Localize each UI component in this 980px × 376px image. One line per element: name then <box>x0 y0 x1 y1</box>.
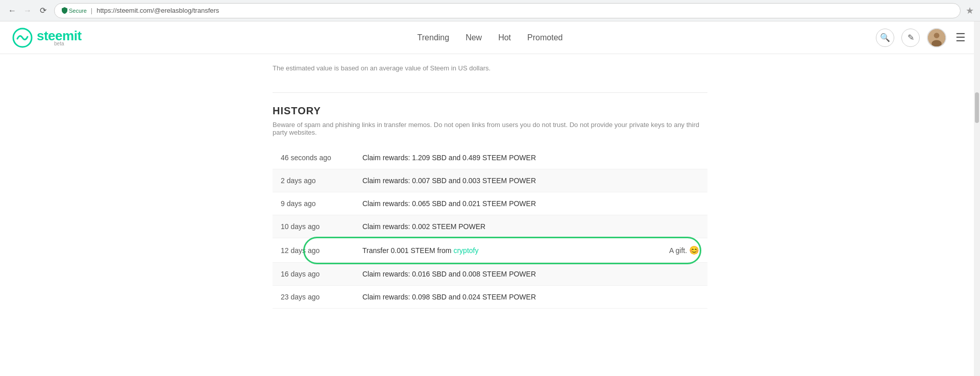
browser-chrome: ← → ⟳ Secure | https://steemit.com/@erel… <box>0 0 980 21</box>
action-cell: Claim rewards: 1.209 SBD and 0.489 STEEM… <box>362 154 699 162</box>
action-cell: Claim rewards: 0.007 SBD and 0.003 STEEM… <box>362 177 699 185</box>
time-cell: 9 days ago <box>281 199 362 208</box>
table-row: 2 days ago Claim rewards: 0.007 SBD and … <box>273 169 707 192</box>
time-cell: 12 days ago <box>281 246 362 255</box>
header-actions: 🔍 ✎ ☰ <box>876 28 968 47</box>
reload-button[interactable]: ⟳ <box>37 5 49 17</box>
back-button[interactable]: ← <box>6 5 18 17</box>
action-cell: Claim rewards: 0.016 SBD and 0.008 STEEM… <box>362 270 699 278</box>
action-cell: Claim rewards: 0.065 SBD and 0.021 STEEM… <box>362 199 699 208</box>
time-cell: 16 days ago <box>281 270 362 278</box>
url-text: https://steemit.com/@erelasblog/transfer… <box>96 7 219 14</box>
logo-name: steemit <box>37 29 82 42</box>
memo-cell: A gift. 😊 <box>669 245 699 255</box>
address-bar[interactable]: Secure | https://steemit.com/@erelasblog… <box>54 3 961 18</box>
scrollbar-thumb[interactable] <box>975 92 979 123</box>
search-icon: 🔍 <box>880 33 890 42</box>
nav-new[interactable]: New <box>465 33 482 42</box>
time-cell: 46 seconds ago <box>281 154 362 162</box>
highlighted-row-wrapper: 12 days ago Transfer 0.001 STEEM from cr… <box>273 238 707 263</box>
bookmark-star[interactable]: ★ <box>966 5 974 16</box>
edit-button[interactable]: ✎ <box>901 29 920 47</box>
secure-badge: Secure <box>62 7 87 14</box>
logo-icon <box>12 28 33 48</box>
scrollbar[interactable] <box>974 21 980 319</box>
table-row: 46 seconds ago Claim rewards: 1.209 SBD … <box>273 146 707 169</box>
nav-buttons: ← → ⟳ <box>6 5 49 17</box>
emoji: 😊 <box>689 246 699 255</box>
header-nav: Trending New Hot Promoted <box>418 33 563 42</box>
main-content: The estimated value is based on an avera… <box>260 54 720 319</box>
time-cell: 23 days ago <box>281 293 362 301</box>
sender-link[interactable]: cryptofy <box>453 246 478 255</box>
avatar-button[interactable] <box>927 28 946 47</box>
table-row: 9 days ago Claim rewards: 0.065 SBD and … <box>273 192 707 215</box>
table-row: 23 days ago Claim rewards: 0.098 SBD and… <box>273 286 707 309</box>
history-warning: Beware of spam and phishing links in tra… <box>273 121 707 136</box>
history-title: HISTORY <box>273 105 707 117</box>
nav-hot[interactable]: Hot <box>498 33 511 42</box>
table-row: 16 days ago Claim rewards: 0.016 SBD and… <box>273 263 707 286</box>
logo-text: steemit beta <box>37 29 82 46</box>
search-button[interactable]: 🔍 <box>876 29 894 47</box>
action-cell: Claim rewards: 0.002 STEEM POWER <box>362 222 699 231</box>
action-cell: Claim rewards: 0.098 SBD and 0.024 STEEM… <box>362 293 699 301</box>
logo-beta: beta <box>37 41 82 46</box>
hamburger-button[interactable]: ☰ <box>953 29 968 46</box>
nav-promoted[interactable]: Promoted <box>527 33 562 42</box>
time-cell: 10 days ago <box>281 222 362 231</box>
logo-area[interactable]: steemit beta <box>12 28 82 48</box>
disclaimer-text: The estimated value is based on an avera… <box>273 64 707 72</box>
avatar <box>928 29 945 46</box>
table-row: 12 days ago Transfer 0.001 STEEM from cr… <box>273 238 707 263</box>
action-cell: Transfer 0.001 STEEM from cryptofy <box>362 246 659 255</box>
hamburger-icon: ☰ <box>955 31 966 44</box>
svg-point-3 <box>932 40 942 47</box>
nav-trending[interactable]: Trending <box>418 33 450 42</box>
history-list: 46 seconds ago Claim rewards: 1.209 SBD … <box>273 146 707 309</box>
section-divider <box>273 92 707 93</box>
forward-button[interactable]: → <box>21 5 34 17</box>
time-cell: 2 days ago <box>281 177 362 185</box>
svg-point-2 <box>934 33 940 38</box>
app-header: steemit beta Trending New Hot Promoted 🔍… <box>0 21 980 54</box>
pencil-icon: ✎ <box>908 33 914 42</box>
table-row: 10 days ago Claim rewards: 0.002 STEEM P… <box>273 215 707 238</box>
